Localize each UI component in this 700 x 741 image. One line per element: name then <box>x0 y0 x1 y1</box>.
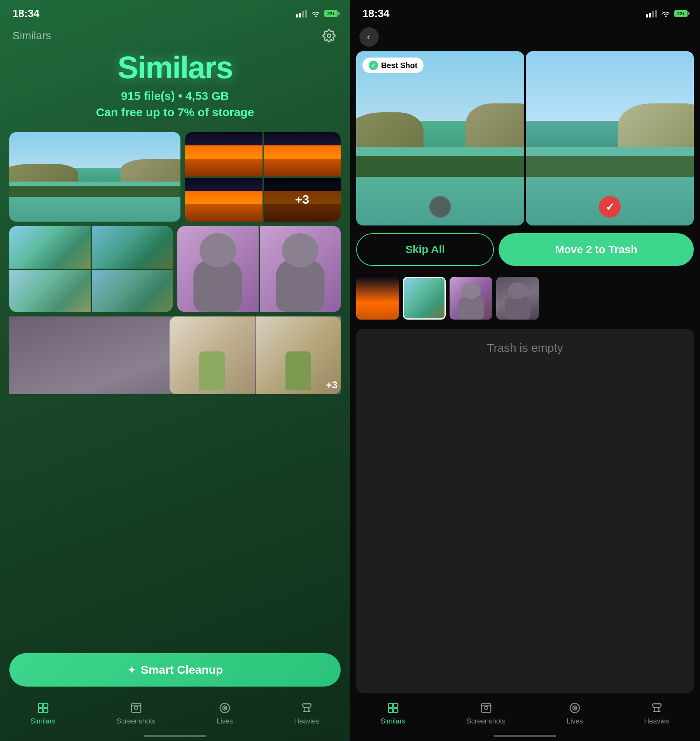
similars-icon <box>36 701 50 715</box>
comparison-section: ✓ Best Shot ✓ <box>350 47 700 225</box>
svg-point-9 <box>224 708 226 709</box>
lives-icon-right <box>568 701 582 715</box>
svg-rect-4 <box>44 708 48 713</box>
lives-icon <box>218 701 232 715</box>
signal-icon-right <box>646 10 657 17</box>
nav-screenshots-right[interactable]: Screenshots <box>467 701 506 725</box>
svg-rect-13 <box>394 708 398 713</box>
thumbnail-strip <box>350 274 700 326</box>
best-shot-label: Best Shot <box>381 61 417 70</box>
comparison-photo-left[interactable]: ✓ Best Shot <box>356 51 524 225</box>
sparkle-icon: ✦ <box>127 664 136 676</box>
nav-label-lives-right: Lives <box>567 717 583 725</box>
right-phone: 18:34 22+ ‹ <box>350 0 700 741</box>
nav-similars-right[interactable]: Similars <box>381 701 406 725</box>
beach2-group[interactable] <box>9 226 173 312</box>
thumbnail-beach-selected[interactable] <box>403 277 446 320</box>
nav-label-heavies-left: Heavies <box>294 717 319 725</box>
plus3-badge-top: +3 <box>264 178 341 222</box>
beach-big-group[interactable] <box>9 132 180 222</box>
hero-stats-line2: Can free up to 7% of storage <box>12 104 338 121</box>
move-to-trash-button[interactable]: Move 2 to Trash <box>499 233 694 266</box>
nav-label-screenshots-right: Screenshots <box>467 717 506 725</box>
selection-indicator-right[interactable]: ✓ <box>599 196 621 218</box>
battery-icon-left: 22+ <box>324 10 338 17</box>
best-shot-check-icon: ✓ <box>369 61 378 70</box>
nav-lives-right[interactable]: Lives <box>567 701 583 725</box>
svg-rect-1 <box>38 703 43 708</box>
sunset-group[interactable]: +3 <box>185 132 341 222</box>
sunset-cell-3 <box>185 178 262 222</box>
time-left: 18:34 <box>12 7 39 20</box>
trash-section: Trash is empty <box>356 329 694 693</box>
nav-label-lives-left: Lives <box>217 717 233 725</box>
wifi-icon-right <box>661 10 670 17</box>
screenshots-icon-right <box>479 701 493 715</box>
svg-rect-5 <box>131 703 141 713</box>
cat2-group[interactable] <box>9 316 165 394</box>
sunset-cell-1 <box>185 132 262 177</box>
signal-icon-left <box>296 10 307 17</box>
svg-point-0 <box>327 34 331 38</box>
bottom-nav-left: Similars Screenshots <box>0 696 350 735</box>
grid-row-3: +3 <box>9 316 341 394</box>
cat-cell-2 <box>260 226 341 312</box>
svg-point-6 <box>135 706 138 710</box>
nav-heavies-right[interactable]: Heavies <box>644 701 669 725</box>
trash-empty-label: Trash is empty <box>487 341 563 354</box>
beach2-cell-4 <box>92 270 173 312</box>
nav-label-similars-right: Similars <box>381 717 406 725</box>
plant-group[interactable]: +3 <box>170 316 341 394</box>
grid-row-1: +3 <box>9 132 341 222</box>
beach2-cell-3 <box>9 270 91 312</box>
thumbnail-cat2[interactable] <box>496 277 539 320</box>
nav-heavies-left[interactable]: Heavies <box>294 701 319 725</box>
plant-cell-1 <box>170 316 255 394</box>
thumbnail-cat[interactable] <box>450 277 492 320</box>
back-button[interactable]: ‹ <box>359 27 379 47</box>
check-mark-icon: ✓ <box>606 201 614 213</box>
beach2-cell-2 <box>92 226 173 269</box>
nav-label-screenshots-left: Screenshots <box>117 717 156 725</box>
left-header: Similars <box>0 23 350 44</box>
selection-indicator-left[interactable] <box>429 196 451 218</box>
smart-cleanup-button[interactable]: ✦ Smart Cleanup <box>9 653 341 687</box>
thumbnail-sunset[interactable] <box>356 277 399 320</box>
nav-screenshots-left[interactable]: Screenshots <box>117 701 156 725</box>
settings-button[interactable] <box>320 27 338 44</box>
cat-group[interactable] <box>177 226 341 312</box>
nav-similars-left[interactable]: Similars <box>31 701 56 725</box>
sunset-cell-2 <box>264 132 341 177</box>
comparison-photo-right[interactable]: ✓ <box>526 51 694 225</box>
svg-rect-10 <box>388 703 393 708</box>
app-container: 18:34 22+ Similars <box>0 0 700 741</box>
status-icons-right: 22+ <box>646 10 688 17</box>
svg-rect-3 <box>38 708 43 713</box>
skip-all-button[interactable]: Skip All <box>356 233 494 266</box>
similars-icon-right <box>386 701 400 715</box>
bottom-nav-right: Similars Screenshots <box>350 696 700 735</box>
screenshots-icon <box>129 701 143 715</box>
right-header: ‹ <box>350 23 700 47</box>
nav-label-heavies-right: Heavies <box>644 717 669 725</box>
svg-rect-11 <box>394 703 398 708</box>
home-indicator-right <box>494 735 556 737</box>
hero-stats-line1: 915 file(s) • 4,53 GB <box>12 88 338 104</box>
grid-row-2 <box>9 226 341 312</box>
status-icons-left: 22+ <box>296 10 338 17</box>
cleanup-label: Smart Cleanup <box>141 663 223 676</box>
photo-grid: +3 <box>0 132 350 647</box>
heavies-icon <box>300 701 314 715</box>
best-shot-badge: ✓ Best Shot <box>362 58 424 73</box>
status-bar-left: 18:34 22+ <box>0 0 350 23</box>
time-right: 18:34 <box>362 7 389 20</box>
svg-rect-14 <box>481 703 491 713</box>
home-indicator-left <box>144 735 206 737</box>
nav-label-similars-left: Similars <box>31 717 56 725</box>
beach2-cell-1 <box>9 226 91 269</box>
svg-rect-2 <box>44 703 48 708</box>
back-chevron-icon: ‹ <box>367 32 370 42</box>
left-title-small: Similars <box>12 30 51 42</box>
nav-lives-left[interactable]: Lives <box>217 701 233 725</box>
svg-point-18 <box>574 708 576 709</box>
